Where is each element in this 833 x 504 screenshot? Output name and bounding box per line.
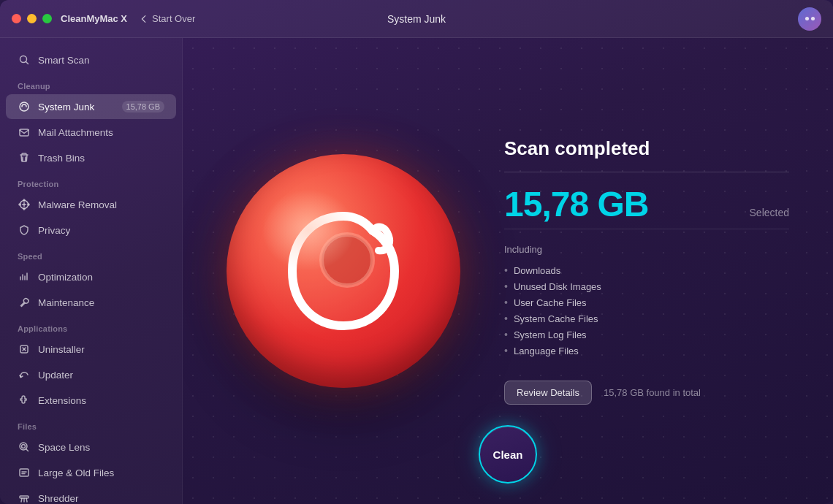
- app-icon-container: [227, 154, 460, 388]
- close-button[interactable]: [12, 14, 21, 23]
- sidebar-item-malware-removal[interactable]: Malware Removal: [6, 192, 176, 217]
- space-lens-icon: [18, 440, 31, 454]
- sidebar-item-extensions[interactable]: Extensions: [6, 388, 176, 413]
- cleanup-section-label: Cleanup: [0, 73, 182, 93]
- sidebar-item-mail-attachments[interactable]: Mail Attachments: [6, 120, 176, 145]
- start-over-label: Start Over: [152, 13, 195, 24]
- content-area: Scan completed 15,78 GB Selected Includi…: [183, 38, 833, 504]
- malware-icon: [18, 198, 31, 211]
- found-total-label: 15,78 GB found in total: [604, 387, 701, 398]
- minimize-button[interactable]: [27, 14, 37, 23]
- space-lens-label: Space Lens: [38, 442, 90, 453]
- scan-completed-title: Scan completed: [504, 137, 789, 160]
- sidebar: Smart Scan Cleanup System Junk 15,78 GB: [0, 38, 183, 504]
- trash-icon: [18, 151, 31, 164]
- page-title: System Junk: [387, 13, 446, 25]
- traffic-lights: [12, 14, 52, 23]
- extensions-icon: [18, 394, 31, 407]
- svg-line-1: [26, 62, 28, 64]
- system-junk-badge: 15,78 GB: [122, 101, 164, 112]
- mail-attachments-label: Mail Attachments: [38, 127, 113, 138]
- divider-bottom: [504, 229, 789, 229]
- applications-section-label: Applications: [0, 316, 182, 336]
- clean-button-container: Clean: [479, 425, 537, 484]
- sidebar-item-privacy[interactable]: Privacy: [6, 218, 176, 243]
- shredder-icon: [18, 492, 31, 504]
- app-name: CleanMyMac X: [61, 13, 127, 24]
- clean-button[interactable]: Clean: [479, 425, 537, 484]
- uninstaller-label: Uninstaller: [38, 344, 85, 355]
- fullscreen-button[interactable]: [42, 14, 52, 23]
- selected-label: Selected: [750, 207, 789, 218]
- titlebar-left: CleanMyMac X Start Over: [61, 13, 195, 24]
- sidebar-item-optimization[interactable]: Optimization: [6, 264, 176, 289]
- app-logo-svg: [270, 191, 417, 351]
- dot-1: [805, 17, 809, 20]
- malware-removal-label: Malware Removal: [38, 199, 117, 210]
- smart-scan-label: Smart Scan: [38, 55, 90, 66]
- app-window: CleanMyMac X Start Over System Junk: [0, 0, 833, 504]
- size-value: 15,78 GB: [504, 184, 648, 224]
- files-section-label: Files: [0, 413, 182, 434]
- sidebar-item-maintenance[interactable]: Maintenance: [6, 290, 176, 315]
- list-item: System Log Files: [504, 327, 789, 343]
- svg-rect-3: [20, 129, 28, 136]
- privacy-icon: [18, 224, 31, 237]
- optimization-icon: [18, 270, 31, 283]
- divider-top: [504, 172, 789, 172]
- sidebar-item-uninstaller[interactable]: Uninstaller: [6, 337, 176, 362]
- main-layout: Smart Scan Cleanup System Junk 15,78 GB: [0, 38, 833, 504]
- titlebar-right: [798, 7, 821, 31]
- app-icon: [227, 154, 460, 388]
- svg-point-28: [322, 234, 373, 286]
- updater-icon: [18, 368, 31, 381]
- sidebar-item-shredder[interactable]: Shredder: [6, 486, 176, 504]
- updater-label: Updater: [38, 370, 73, 381]
- sidebar-item-large-old-files[interactable]: Large & Old Files: [6, 460, 176, 485]
- sidebar-item-system-junk[interactable]: System Junk 15,78 GB: [6, 94, 176, 119]
- avatar-dots: [805, 17, 815, 20]
- sidebar-item-smart-scan[interactable]: Smart Scan: [6, 47, 176, 72]
- titlebar: CleanMyMac X Start Over System Junk: [0, 0, 833, 38]
- items-list: Downloads Unused Disk Images User Cache …: [504, 262, 789, 359]
- trash-bins-label: Trash Bins: [38, 153, 85, 164]
- mail-icon: [18, 126, 31, 139]
- svg-point-19: [22, 445, 26, 448]
- sidebar-item-trash-bins[interactable]: Trash Bins: [6, 145, 176, 170]
- optimization-label: Optimization: [38, 272, 93, 283]
- review-details-button[interactable]: Review Details: [504, 381, 592, 405]
- sidebar-item-updater[interactable]: Updater: [6, 362, 176, 387]
- list-item: System Cache Files: [504, 310, 789, 327]
- chevron-left-icon: [139, 14, 149, 24]
- svg-rect-21: [20, 469, 28, 476]
- list-item: Unused Disk Images: [504, 278, 789, 294]
- uninstaller-icon: [18, 343, 31, 356]
- speed-section-label: Speed: [0, 243, 182, 264]
- sidebar-item-space-lens[interactable]: Space Lens: [6, 435, 176, 459]
- maintenance-icon: [18, 296, 31, 309]
- maintenance-label: Maintenance: [38, 297, 94, 308]
- svg-line-25: [21, 498, 22, 502]
- bottom-row: Review Details 15,78 GB found in total: [504, 381, 789, 405]
- svg-line-20: [26, 449, 28, 451]
- info-panel: Scan completed 15,78 GB Selected Includi…: [504, 137, 789, 405]
- avatar-button[interactable]: [798, 7, 821, 31]
- large-old-files-icon: [18, 466, 31, 479]
- list-item: User Cache Files: [504, 294, 789, 310]
- system-junk-label: System Junk: [38, 102, 94, 112]
- protection-section-label: Protection: [0, 171, 182, 191]
- shredder-label: Shredder: [38, 493, 79, 504]
- svg-line-27: [26, 498, 27, 502]
- smart-scan-icon: [18, 53, 31, 66]
- privacy-label: Privacy: [38, 225, 70, 236]
- extensions-label: Extensions: [38, 395, 86, 406]
- dot-2: [811, 17, 815, 20]
- list-item: Language Files: [504, 343, 789, 359]
- system-junk-icon: [18, 100, 31, 113]
- start-over-button[interactable]: Start Over: [139, 13, 195, 24]
- size-row: 15,78 GB Selected: [504, 184, 789, 224]
- svg-point-2: [20, 102, 28, 111]
- large-old-files-label: Large & Old Files: [38, 467, 114, 478]
- list-item: Downloads: [504, 262, 789, 278]
- including-label: Including: [504, 244, 789, 255]
